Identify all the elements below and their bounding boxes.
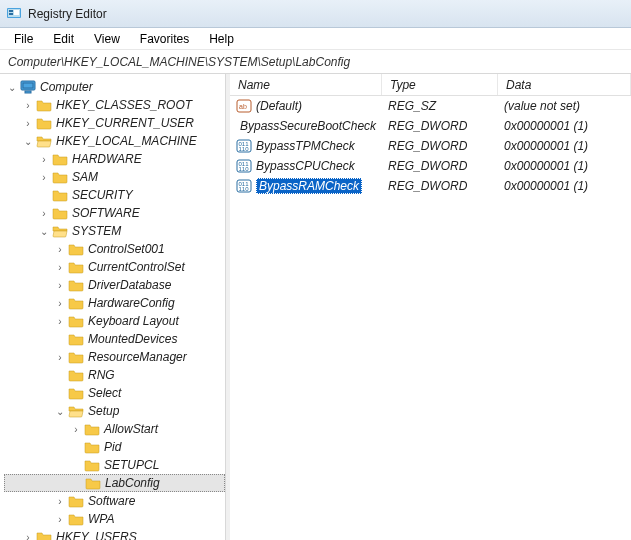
toggle-expanded-icon[interactable]: ⌄ [38,225,50,237]
tree-node-hklm[interactable]: ⌄HKEY_LOCAL_MACHINE [4,132,225,150]
tree-node-system[interactable]: ⌄SYSTEM [4,222,225,240]
tree-node-hardwareconfig[interactable]: ›HardwareConfig [4,294,225,312]
toggle-collapsed-icon[interactable]: › [54,243,66,255]
toggle-collapsed-icon[interactable]: › [38,153,50,165]
toggle-expanded-icon[interactable]: ⌄ [54,405,66,417]
value-name-cell: 011110BypassSecureBootCheck [230,118,382,134]
tree-label: SAM [72,170,98,184]
tree-node-keyboardlayout[interactable]: ›Keyboard Layout [4,312,225,330]
list-pane[interactable]: Name Type Data ab(Default)REG_SZ(value n… [230,74,631,540]
menu-edit[interactable]: Edit [43,30,84,48]
menubar: File Edit View Favorites Help [0,28,631,50]
list-row[interactable]: 011110BypassCPUCheckREG_DWORD0x00000001 … [230,156,631,176]
tree-label: HardwareConfig [88,296,175,310]
tree-node-sam[interactable]: ›SAM [4,168,225,186]
tree-node-computer[interactable]: ⌄ Computer [4,78,225,96]
value-type: REG_DWORD [382,159,498,173]
value-type: REG_DWORD [382,119,498,133]
tree-node-setup[interactable]: ⌄Setup [4,402,225,420]
tree-node-mounteddevices[interactable]: ·MountedDevices [4,330,225,348]
menu-favorites[interactable]: Favorites [130,30,199,48]
tree-node-pid[interactable]: ·Pid [4,438,225,456]
svg-text:110: 110 [239,186,250,192]
value-name: (Default) [256,99,302,113]
value-name: BypassRAMCheck [256,178,362,194]
menu-file[interactable]: File [4,30,43,48]
addressbar[interactable]: Computer\HKEY_LOCAL_MACHINE\SYSTEM\Setup… [0,50,631,74]
folder-icon [52,206,68,220]
column-header-type[interactable]: Type [382,74,498,95]
window-title: Registry Editor [28,7,107,21]
tree-node-hkcr[interactable]: ›HKEY_CLASSES_ROOT [4,96,225,114]
list-row[interactable]: 011110BypassTPMCheckREG_DWORD0x00000001 … [230,136,631,156]
tree-label: RNG [88,368,115,382]
tree-label: CurrentControlSet [88,260,185,274]
toggle-collapsed-icon[interactable]: › [54,315,66,327]
toggle-collapsed-icon[interactable]: › [54,495,66,507]
menu-help[interactable]: Help [199,30,244,48]
tree-node-setupcl[interactable]: ·SETUPCL [4,456,225,474]
svg-text:ab: ab [239,103,247,110]
tree-label: HKEY_CURRENT_USER [56,116,194,130]
tree-label: SOFTWARE [72,206,140,220]
list-row[interactable]: 011110BypassSecureBootCheckREG_DWORD0x00… [230,116,631,136]
tree-node-wpa[interactable]: ›WPA [4,510,225,528]
tree-node-software[interactable]: ›SOFTWARE [4,204,225,222]
folder-icon [84,458,100,472]
list-row[interactable]: 011110BypassRAMCheckREG_DWORD0x00000001 … [230,176,631,196]
svg-text:110: 110 [239,146,250,152]
tree-node-driverdatabase[interactable]: ›DriverDatabase [4,276,225,294]
column-header-name[interactable]: Name [230,74,382,95]
tree-pane[interactable]: ⌄ Computer ›HKEY_CLASSES_ROOT ›HKEY_CURR… [0,74,226,540]
list-row[interactable]: ab(Default)REG_SZ(value not set) [230,96,631,116]
tree-label: Keyboard Layout [88,314,179,328]
value-data: 0x00000001 (1) [498,139,631,153]
tree-node-controlset001[interactable]: ›ControlSet001 [4,240,225,258]
folder-icon [68,260,84,274]
column-header-data[interactable]: Data [498,74,631,95]
toggle-collapsed-icon[interactable]: › [54,297,66,309]
tree-node-allowstart[interactable]: ›AllowStart [4,420,225,438]
string-value-icon: ab [236,98,252,114]
value-name-cell: 011110BypassCPUCheck [230,158,382,174]
tree-node-hkcu[interactable]: ›HKEY_CURRENT_USER [4,114,225,132]
tree-label: Computer [40,80,93,94]
value-name-cell: 011110BypassTPMCheck [230,138,382,154]
tree-node-security[interactable]: ·SECURITY [4,186,225,204]
tree-node-hardware[interactable]: ›HARDWARE [4,150,225,168]
toggle-expanded-icon[interactable]: ⌄ [6,81,18,93]
toggle-expanded-icon[interactable]: ⌄ [22,135,34,147]
tree-node-labconfig[interactable]: ·LabConfig [4,474,225,492]
folder-open-icon [36,134,52,148]
menu-view[interactable]: View [84,30,130,48]
value-name-cell: ab(Default) [230,98,382,114]
toggle-collapsed-icon[interactable]: › [54,261,66,273]
svg-rect-7 [25,91,31,93]
value-name-cell: 011110BypassRAMCheck [230,178,382,194]
tree-node-currentcontrolset[interactable]: ›CurrentControlSet [4,258,225,276]
toggle-collapsed-icon[interactable]: › [22,531,34,540]
folder-icon [36,98,52,112]
main-content: ⌄ Computer ›HKEY_CLASSES_ROOT ›HKEY_CURR… [0,74,631,540]
tree-label: ResourceManager [88,350,187,364]
toggle-collapsed-icon[interactable]: › [54,351,66,363]
toggle-collapsed-icon[interactable]: › [22,99,34,111]
toggle-collapsed-icon[interactable]: › [22,117,34,129]
tree-node-hku[interactable]: ›HKEY_USERS [4,528,225,540]
tree-node-software2[interactable]: ›Software [4,492,225,510]
toggle-collapsed-icon[interactable]: › [38,171,50,183]
value-data: (value not set) [498,99,631,113]
tree-label: Select [88,386,121,400]
tree-node-select[interactable]: ·Select [4,384,225,402]
titlebar: Registry Editor [0,0,631,28]
tree-node-resourcemanager[interactable]: ›ResourceManager [4,348,225,366]
toggle-collapsed-icon[interactable]: › [38,207,50,219]
folder-icon [36,530,52,540]
tree-label: HKEY_LOCAL_MACHINE [56,134,197,148]
toggle-collapsed-icon[interactable]: › [54,513,66,525]
toggle-collapsed-icon[interactable]: › [54,279,66,291]
tree-node-rng[interactable]: ·RNG [4,366,225,384]
list-header: Name Type Data [230,74,631,96]
toggle-collapsed-icon[interactable]: › [70,423,82,435]
value-data: 0x00000001 (1) [498,179,631,193]
